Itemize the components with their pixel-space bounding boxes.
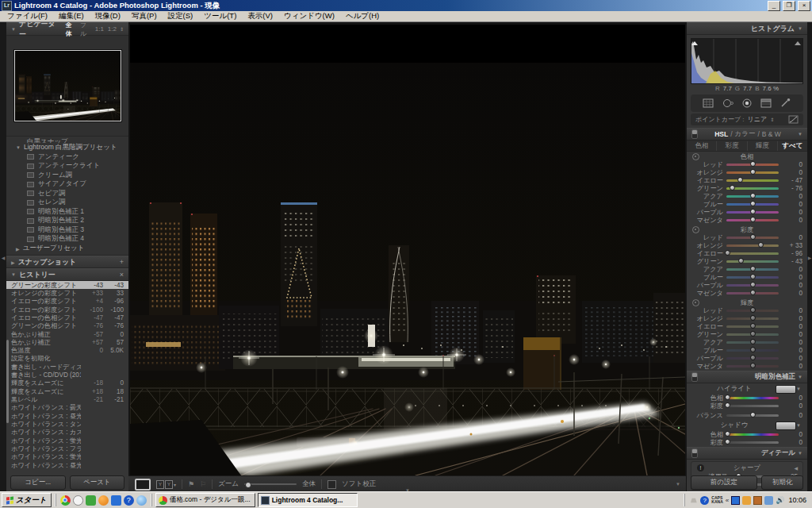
slider-track[interactable] [726,341,779,344]
slider-knob[interactable] [750,209,756,214]
slider-value[interactable]: 0 [782,193,802,200]
slider-value[interactable]: - 43 [782,258,802,265]
warning-icon[interactable]: ! [697,464,704,471]
browser-icon[interactable] [136,495,147,506]
preset-item[interactable]: 明暗別色補正 4 [6,235,128,244]
spot-removal-icon[interactable] [722,98,734,109]
slider-value[interactable]: 0 [782,339,802,346]
soft-proof-checkbox[interactable] [327,480,336,489]
history-item[interactable]: イエローの彩度シフト -100 -100 [6,306,128,314]
copy-button[interactable]: コピー... [10,475,66,490]
history-item[interactable]: イエローの彩度シフト +4 -96 [6,298,128,306]
slider-value[interactable]: - 96 [782,250,802,257]
slider-value[interactable]: 0 [782,439,802,446]
slider-knob[interactable] [725,402,730,408]
slider-track[interactable] [726,195,779,198]
history-item[interactable]: オレンジの彩度シフト +33 33 [6,289,128,297]
slider-value[interactable]: - 47 [782,177,802,184]
slider-track[interactable] [726,252,779,255]
navigator-header[interactable]: ▼ ナビゲーター 全体フル1:11:2 ⇕ [6,22,128,36]
slider-knob[interactable] [750,339,756,344]
slider-knob[interactable] [750,266,756,271]
history-item[interactable]: ホワイトバランス : カスタム [6,429,128,437]
hsl-tab[interactable]: 色相 [687,141,716,151]
slider-track[interactable] [726,260,779,263]
crop-overlay-icon[interactable] [702,98,714,109]
slider-value[interactable]: 0 [782,355,802,362]
slider-value[interactable]: 0 [782,394,802,402]
hsl-panel-header[interactable]: HSL / カラー / B & W ▼ [687,128,807,140]
preset-group-user[interactable]: ▶ ユーザープリセット [6,244,128,253]
slider-track[interactable] [726,268,779,271]
slider-knob[interactable] [750,347,756,352]
shadows-swatch[interactable] [776,421,796,430]
zoom-option[interactable]: フル [80,22,91,38]
hsl-tab[interactable]: すべて [777,141,807,151]
slider-knob[interactable] [750,217,756,222]
ime-caps-kana-indicator[interactable]: CAPSKANA [711,496,722,504]
close-button[interactable]: × [798,1,810,11]
slider-track[interactable] [726,333,779,336]
slider-knob[interactable] [725,439,730,444]
point-curve-value[interactable]: リニア [748,115,768,124]
window-titlebar[interactable]: Lr Lightroom 4 Catalog - Adobe Photoshop… [0,0,812,11]
slider-track[interactable] [726,211,779,214]
zoom-ratio-caret-icon[interactable]: ⇕ [120,26,124,32]
slider-value[interactable]: 0 [782,282,802,289]
history-item[interactable]: グリーンの色相シフト -76 -76 [6,322,128,330]
before-after-view-icon[interactable]: Y Y ▾ [156,480,176,489]
zoom-slider[interactable] [244,483,297,485]
menu-item[interactable]: ウィンドウ(W) [278,11,340,21]
help-tray-icon[interactable]: ? [700,496,709,505]
zoom-option[interactable]: 1:2 [108,25,117,33]
history-item[interactable]: ホワイトバランス : 昼光 [6,461,128,469]
menu-item[interactable]: 写真(P) [126,11,163,21]
hsl-tab[interactable]: 彩度 [716,141,746,151]
clock[interactable]: 10:06 [787,496,806,504]
flag-reject-icon[interactable]: ⚐ [200,480,206,488]
adjustment-brush-icon[interactable] [779,98,792,109]
preview-collapse-icon[interactable]: ◀ [794,465,798,471]
preset-item[interactable]: アンティークライト [6,162,128,171]
preset-item[interactable]: 明暗別色補正 2 [6,217,128,226]
slider-track[interactable] [726,397,779,399]
slider-value[interactable]: 0 [782,274,802,281]
slider-knob[interactable] [725,431,730,437]
slider-knob[interactable] [725,250,730,256]
slider-knob[interactable] [730,185,735,190]
previous-settings-button[interactable]: 前の設定 [691,475,757,490]
target-adjust-icon[interactable] [692,226,699,233]
history-item[interactable]: グリーンの彩度シフト -43 -43 [6,281,128,289]
slider-value[interactable]: 0 [782,412,802,419]
history-item[interactable]: 黒レベル -21 -21 [6,395,128,403]
clear-history-icon[interactable]: × [120,271,124,279]
slider-value[interactable]: 0 [782,323,802,330]
clock-app-icon[interactable] [73,495,83,506]
slider-track[interactable] [726,365,779,368]
slider-track[interactable] [726,284,779,287]
history-item[interactable]: ホワイトバランス : 昼光 [6,412,128,420]
slider-value[interactable]: + 33 [782,242,802,249]
highlights-swatch[interactable] [776,385,796,394]
point-curve-caret-icon[interactable]: ⇕ [770,117,774,122]
slider-knob[interactable] [725,394,730,400]
preset-item[interactable]: 明暗別色補正 3 [6,225,128,235]
slider-knob[interactable] [750,363,756,368]
hsl-tab[interactable]: 輝度 [747,141,777,151]
slider-knob[interactable] [750,355,756,360]
history-item[interactable]: ホワイトバランス : 曇天 [6,404,128,412]
graduated-filter-icon[interactable] [760,98,772,109]
slider-track[interactable] [726,414,779,417]
panel-toggle-switch[interactable] [691,448,698,458]
slider-value[interactable]: 0 [782,315,802,322]
slider-track[interactable] [726,325,779,328]
slider-track[interactable] [726,349,779,352]
slider-value[interactable]: 0 [782,431,802,438]
history-item[interactable]: ホワイトバランス : 蛍光灯 [6,437,128,444]
hsl-mode[interactable]: HSL [714,130,728,138]
bw-mode[interactable]: B & W [762,130,781,138]
panel-toggle-switch[interactable] [691,129,698,139]
paste-button[interactable]: ペースト [70,475,125,490]
start-button[interactable]: スタート [2,493,52,507]
history-item[interactable]: 輝度をスムーズに -18 0 [6,379,128,387]
